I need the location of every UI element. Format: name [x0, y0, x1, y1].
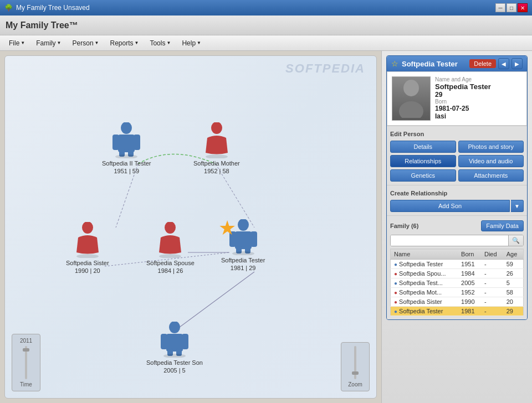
- person-tester-main[interactable]: ★ Softpedia Tester 1981 | 29: [221, 219, 265, 272]
- svg-rect-28: [182, 334, 188, 349]
- zoom-text-label: Zoom: [348, 381, 362, 388]
- person-full-name: Softpedia Tester: [435, 82, 522, 91]
- genetics-button[interactable]: Genetics: [390, 169, 456, 182]
- svg-point-24: [232, 251, 254, 255]
- app-icon: 🌳: [4, 4, 13, 12]
- family-member-born: 1984: [458, 269, 481, 278]
- col-died: Died: [481, 249, 503, 260]
- family-member-name[interactable]: ● Softpedia Sister: [391, 297, 458, 307]
- menu-tools[interactable]: Tools ▼: [145, 38, 175, 48]
- add-son-button[interactable]: Add Son: [390, 200, 510, 212]
- family-member-age: 59: [503, 260, 524, 269]
- svg-rect-27: [161, 334, 167, 349]
- menu-person[interactable]: Person ▼: [68, 38, 104, 48]
- minimize-button[interactable]: ─: [495, 3, 505, 12]
- menu-person-arrow: ▼: [95, 40, 99, 45]
- family-search-box: 🔍: [390, 235, 524, 246]
- relationships-button[interactable]: Relationships: [390, 155, 456, 167]
- menu-person-label: Person: [73, 39, 94, 47]
- nav-prev-button[interactable]: ◀: [498, 58, 509, 69]
- family-table-row[interactable]: ● Softpedia Mot... 1952 - 58: [391, 288, 524, 297]
- son-icon: [161, 322, 188, 358]
- tree-area[interactable]: SOFTPEDIA: [4, 55, 377, 399]
- app-title: My Family Tree™: [6, 20, 78, 30]
- person-card: ☆ Softpedia Tester Delete ◀ ▶: [386, 55, 528, 320]
- time-track[interactable]: [25, 346, 27, 379]
- svg-point-5: [121, 122, 132, 134]
- favorite-star-icon[interactable]: ☆: [391, 59, 398, 68]
- family-table-header-row: Name Born Died Age: [391, 249, 524, 260]
- person-sister[interactable]: Softpedia Sister 1990 | 20: [66, 222, 109, 275]
- family-member-age: 26: [503, 269, 524, 278]
- family-table-row[interactable]: ● Softpedia Tester 1951 - 59: [391, 260, 524, 269]
- family-member-name[interactable]: ● Softpedia Mot...: [391, 288, 458, 297]
- family-table-row[interactable]: ● Softpedia Test... 2005 - 5: [391, 278, 524, 288]
- menu-file[interactable]: File ▼: [4, 38, 29, 48]
- family-member-born: 1981: [458, 307, 481, 316]
- tester-main-icon: [229, 219, 257, 255]
- sister-label: Softpedia Sister 1990 | 20: [66, 259, 109, 275]
- family-member-name[interactable]: ● Softpedia Tester: [391, 307, 458, 316]
- main-content: SOFTPEDIA: [0, 51, 532, 403]
- maximize-button[interactable]: □: [507, 3, 516, 12]
- zoom-thumb[interactable]: [352, 371, 359, 375]
- svg-point-32: [403, 80, 419, 96]
- svg-point-25: [169, 322, 180, 333]
- grandfather-icon: [112, 122, 140, 158]
- person-grandfather[interactable]: Softpedia II Tester 1951 | 59: [102, 122, 151, 175]
- family-member-name[interactable]: ● Softpedia Tester: [391, 260, 458, 269]
- person-grandmother[interactable]: Softpedia Mother 1952 | 58: [193, 122, 240, 175]
- person-name-header: Softpedia Tester: [402, 60, 458, 68]
- edit-buttons-grid: Details Photos and story Relationships V…: [390, 141, 524, 182]
- menu-family-arrow: ▼: [57, 40, 62, 45]
- zoom-slider[interactable]: Zoom: [341, 342, 370, 391]
- attachments-button[interactable]: Attachments: [458, 169, 524, 182]
- nav-next-button[interactable]: ▶: [511, 58, 523, 69]
- time-year: 2011: [20, 338, 32, 344]
- grandmother-icon: [203, 122, 231, 158]
- grandfather-label: Softpedia II Tester 1951 | 59: [102, 159, 151, 175]
- photos-story-button[interactable]: Photos and story: [458, 141, 524, 153]
- svg-rect-7: [112, 135, 119, 150]
- family-member-died: -: [481, 269, 503, 278]
- menu-reports[interactable]: Reports ▼: [105, 38, 143, 48]
- time-slider[interactable]: 2011 Time: [12, 334, 40, 391]
- person-son[interactable]: Softpedia Tester Son 2005 | 5: [146, 322, 203, 375]
- edit-person-label: Edit Person: [390, 130, 524, 138]
- add-son-wrap: Add Son ▼: [390, 200, 524, 212]
- svg-rect-21: [250, 231, 257, 247]
- family-member-died: -: [481, 260, 503, 269]
- window-title: My Family Tree Unsaved: [16, 4, 90, 12]
- person-spouse[interactable]: Softpedia Spouse 1984 | 26: [146, 222, 195, 275]
- title-bar-controls: ─ □ ✕: [495, 3, 528, 12]
- watermark: SOFTPEDIA: [285, 61, 365, 76]
- sister-icon: [74, 222, 101, 258]
- family-member-age: 29: [503, 307, 524, 316]
- family-table-row[interactable]: ● Softpedia Tester 1981 - 29: [391, 307, 524, 316]
- svg-point-11: [115, 154, 137, 158]
- video-audio-button[interactable]: Video and audio: [458, 155, 524, 167]
- menu-help[interactable]: Help ▼: [177, 38, 206, 48]
- family-data-button[interactable]: Family Data: [481, 220, 524, 231]
- search-icon[interactable]: 🔍: [508, 235, 523, 246]
- family-table-row[interactable]: ● Softpedia Sister 1990 - 20: [391, 297, 524, 307]
- family-table-row[interactable]: ● Softpedia Spou... 1984 - 26: [391, 269, 524, 278]
- family-member-age: 20: [503, 297, 524, 307]
- menu-help-label: Help: [182, 39, 196, 47]
- person-info: Name and Age Softpedia Tester 29 Born 19…: [387, 71, 527, 126]
- delete-button[interactable]: Delete: [469, 59, 496, 68]
- family-member-name[interactable]: ● Softpedia Test...: [391, 278, 458, 288]
- time-thumb[interactable]: [23, 348, 29, 352]
- family-member-born: 1952: [458, 288, 481, 297]
- person-header-right: Delete ◀ ▶: [469, 58, 523, 69]
- close-button[interactable]: ✕: [518, 3, 528, 12]
- family-member-name[interactable]: ● Softpedia Spou...: [391, 269, 458, 278]
- svg-point-14: [82, 222, 93, 234]
- zoom-track[interactable]: [354, 346, 356, 379]
- create-relationship-label: Create Relationship: [390, 189, 524, 198]
- add-son-dropdown-button[interactable]: ▼: [511, 200, 524, 212]
- svg-rect-20: [229, 231, 236, 247]
- menu-family[interactable]: Family ▼: [32, 38, 65, 48]
- details-button[interactable]: Details: [390, 141, 456, 153]
- family-search-input[interactable]: [391, 235, 508, 246]
